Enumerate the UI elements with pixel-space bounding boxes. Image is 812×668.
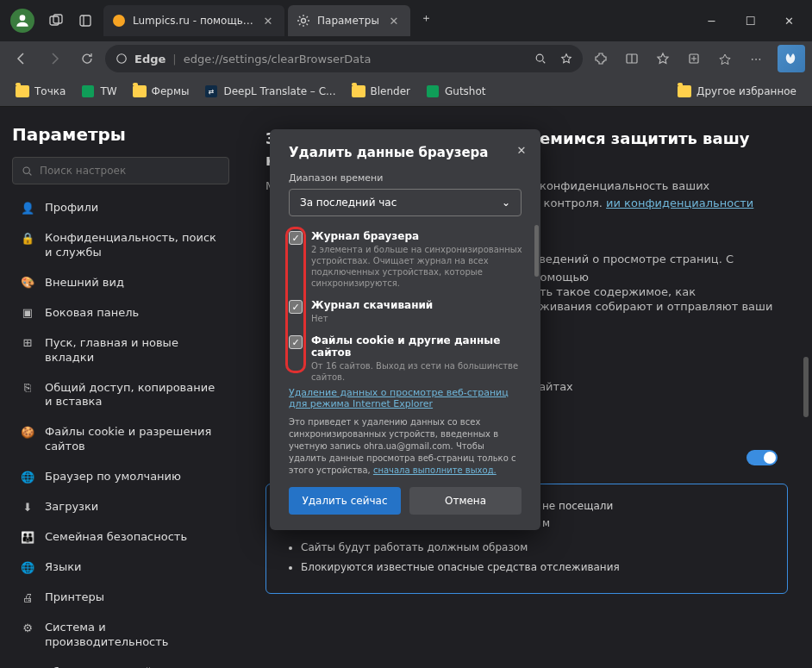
svg-rect-3 (80, 16, 91, 26)
privacy-link[interactable]: ии конфиденциальности (606, 197, 753, 209)
dialog-scrollbar[interactable] (534, 225, 539, 277)
clear-data-item[interactable]: Журнал браузера2 элемента и больше на си… (289, 225, 530, 294)
other-bookmarks[interactable]: Другое избранное (671, 81, 803, 102)
menu-label: Боковая панель (45, 306, 139, 321)
menu-label: Внешний вид (45, 276, 124, 290)
collections-icon[interactable] (679, 44, 709, 73)
settings-sidebar: Параметры 👤Профили🔒Конфиденциальность, п… (0, 107, 241, 668)
menu-label: Языки (45, 560, 82, 575)
checkbox[interactable] (289, 300, 303, 314)
menu-icon: ▣ (21, 307, 34, 321)
copilot-button[interactable] (778, 45, 805, 72)
menu-icon: 👪 (21, 531, 34, 545)
signout-link[interactable]: сначала выполните выход. (373, 465, 497, 475)
clear-data-item[interactable]: Файлы cookie и другие данные сайтовОт 16… (289, 329, 530, 380)
bookmark-item[interactable]: TW (74, 81, 123, 102)
sidebar-item[interactable]: 👪Семейная безопасность (12, 522, 229, 553)
menu-icon: 👤 (21, 202, 34, 215)
menu-label: Конфиденциальность, поиск и службы (45, 231, 221, 260)
favorite-icon[interactable] (560, 53, 572, 65)
checkbox[interactable] (289, 231, 303, 245)
item-desc: 2 элемента и больше на синхронизированны… (311, 244, 530, 289)
dialog-title: Удалить данные браузера (270, 145, 540, 160)
menu-label: Семейная безопасность (45, 530, 187, 545)
chevron-down-icon: ⌄ (502, 197, 510, 209)
vertical-tabs-icon[interactable] (71, 6, 100, 35)
sidebar-item[interactable]: 🌐Языки (12, 553, 229, 583)
sidebar-item[interactable]: 🔒Конфиденциальность, поиск и службы (12, 223, 229, 268)
gear-icon (297, 14, 310, 28)
favorites-icon[interactable] (648, 44, 678, 73)
menu-icon[interactable]: ⋯ (741, 44, 771, 73)
sidebar-title: Параметры (12, 124, 229, 145)
search-icon[interactable] (534, 53, 547, 65)
tracking-toggle[interactable] (746, 450, 778, 465)
item-desc: От 16 сайтов. Выход из сети на большинст… (311, 360, 530, 380)
sidebar-item[interactable]: 🌐Браузер по умолчанию (12, 462, 229, 492)
ie-mode-link[interactable]: Удаление данных о просмотре веб-страниц … (289, 387, 509, 409)
sidebar-item[interactable]: ▣Боковая панель (12, 298, 229, 328)
new-tab-button[interactable]: ＋ (414, 5, 440, 31)
svg-point-17 (23, 167, 29, 173)
tab-label: Параметры (317, 15, 379, 27)
time-range-select[interactable]: За последний час ⌄ (289, 189, 522, 216)
sidebar-item[interactable]: ⚙Система и производительность (12, 613, 229, 658)
range-label: Диапазон времени (270, 172, 540, 184)
tab-lumpics[interactable]: Lumpics.ru - помощь с компью ✕ (103, 5, 284, 36)
tab-settings[interactable]: Параметры ✕ (288, 5, 410, 36)
sidebar-item[interactable]: ⊞Пуск, главная и новые вкладки (12, 328, 229, 373)
close-button[interactable]: ✕ (770, 6, 809, 35)
checkbox[interactable] (289, 335, 303, 349)
split-screen-icon[interactable] (617, 44, 646, 73)
sidebar-item[interactable]: ↺Сбросить настройки (12, 658, 229, 668)
menu-icon: 🌐 (21, 561, 34, 575)
url-text: edge://settings/clearBrowserData (184, 53, 372, 66)
svg-point-5 (113, 15, 125, 27)
item-title: Журнал браузера (311, 230, 530, 242)
profile-avatar[interactable] (10, 9, 34, 33)
close-icon[interactable]: ✕ (260, 13, 276, 28)
sidebar-item[interactable]: ⎘Общий доступ, копирование и вставка (12, 373, 229, 418)
bookmark-item[interactable]: Фермы (126, 81, 197, 102)
menu-icon: 🔒 (21, 232, 34, 246)
maximize-button[interactable]: ☐ (731, 6, 770, 35)
address-bar[interactable]: Edge | edge://settings/clearBrowserData (105, 45, 583, 72)
clear-data-item[interactable]: Журнал скачиванийНет (289, 294, 530, 329)
item-desc: Нет (311, 313, 530, 324)
back-button[interactable] (7, 44, 36, 73)
refresh-button[interactable] (72, 44, 102, 73)
menu-label: Общий доступ, копирование и вставка (45, 381, 221, 410)
sidebar-item[interactable]: 🖨Принтеры (12, 583, 229, 613)
bookmark-item[interactable]: Точка (9, 81, 72, 102)
cancel-button[interactable]: Отмена (409, 487, 522, 515)
menu-icon: 🖨 (21, 591, 34, 605)
performance-icon[interactable] (710, 44, 740, 73)
menu-label: Система и производительность (45, 621, 221, 650)
minimize-button[interactable]: ─ (692, 6, 731, 35)
scrollbar[interactable] (803, 357, 809, 417)
sidebar-item[interactable]: 🎨Внешний вид (12, 268, 229, 298)
forward-button[interactable] (40, 44, 69, 73)
dialog-close-button[interactable]: ✕ (513, 141, 530, 159)
brand-label: Edge (134, 53, 166, 66)
menu-icon: 🎨 (21, 277, 34, 290)
menu-label: Файлы cookie и разрешения сайтов (45, 425, 221, 454)
menu-icon: 🍪 (21, 426, 34, 440)
svg-line-18 (29, 172, 31, 174)
search-icon (22, 165, 33, 177)
menu-icon: ⊞ (21, 337, 34, 351)
sidebar-item[interactable]: ⬇Загрузки (12, 492, 229, 522)
extensions-icon[interactable] (586, 44, 615, 73)
sidebar-item[interactable]: 👤Профили (12, 193, 229, 223)
delete-now-button[interactable]: Удалить сейчас (289, 487, 401, 515)
sync-note: Это приведет к удалению данных со всех с… (270, 413, 540, 487)
search-input[interactable] (12, 157, 229, 184)
bookmark-item[interactable]: ⇄DeepL Translate – С... (197, 81, 342, 102)
close-icon[interactable]: ✕ (386, 13, 402, 28)
workspaces-icon[interactable] (41, 6, 71, 35)
bookmark-item[interactable]: Blender (345, 81, 418, 102)
bookmark-item[interactable]: Gutshot (419, 81, 493, 102)
menu-icon: 🌐 (21, 471, 34, 484)
favicon-icon (112, 14, 126, 28)
sidebar-item[interactable]: 🍪Файлы cookie и разрешения сайтов (12, 417, 229, 462)
